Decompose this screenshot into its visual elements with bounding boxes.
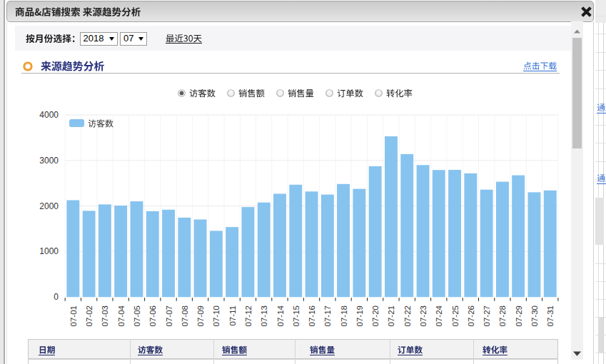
svg-text:07-28: 07-28 [498, 305, 507, 326]
svg-text:07-03: 07-03 [101, 305, 109, 326]
svg-text:0: 0 [54, 292, 59, 302]
svg-text:07-21: 07-21 [387, 305, 395, 326]
svg-text:07-18: 07-18 [340, 305, 348, 326]
svg-text:4000: 4000 [39, 110, 59, 120]
svg-text:07-07: 07-07 [165, 305, 173, 326]
svg-text:07-05: 07-05 [133, 305, 141, 326]
svg-text:07-17: 07-17 [323, 305, 332, 326]
svg-text:07-16: 07-16 [308, 305, 316, 326]
svg-text:07-09: 07-09 [196, 305, 205, 326]
svg-text:07-14: 07-14 [276, 305, 285, 326]
svg-text:07-23: 07-23 [419, 305, 428, 326]
svg-text:07-30: 07-30 [530, 305, 539, 326]
svg-text:07-06: 07-06 [148, 305, 157, 326]
svg-text:07-22: 07-22 [403, 305, 412, 326]
svg-text:1000: 1000 [39, 246, 59, 256]
svg-text:07-15: 07-15 [292, 305, 301, 326]
svg-text:07-31: 07-31 [546, 305, 555, 326]
svg-text:2000: 2000 [39, 201, 59, 211]
svg-text:07-19: 07-19 [355, 305, 364, 326]
svg-text:07-20: 07-20 [371, 305, 380, 326]
svg-text:3000: 3000 [39, 156, 59, 166]
svg-text:07-29: 07-29 [515, 305, 523, 326]
svg-text:07-13: 07-13 [260, 305, 268, 326]
svg-text:07-24: 07-24 [435, 305, 443, 326]
svg-text:07-26: 07-26 [467, 305, 475, 326]
svg-text:07-01: 07-01 [69, 305, 78, 326]
svg-text:07-10: 07-10 [212, 305, 221, 326]
svg-text:07-04: 07-04 [117, 305, 126, 326]
svg-text:07-11: 07-11 [228, 305, 237, 326]
svg-text:07-02: 07-02 [85, 305, 94, 326]
svg-text:07-12: 07-12 [244, 305, 253, 326]
svg-text:07-25: 07-25 [451, 305, 460, 326]
svg-text:07-27: 07-27 [483, 305, 491, 326]
svg-text:07-08: 07-08 [181, 305, 189, 326]
